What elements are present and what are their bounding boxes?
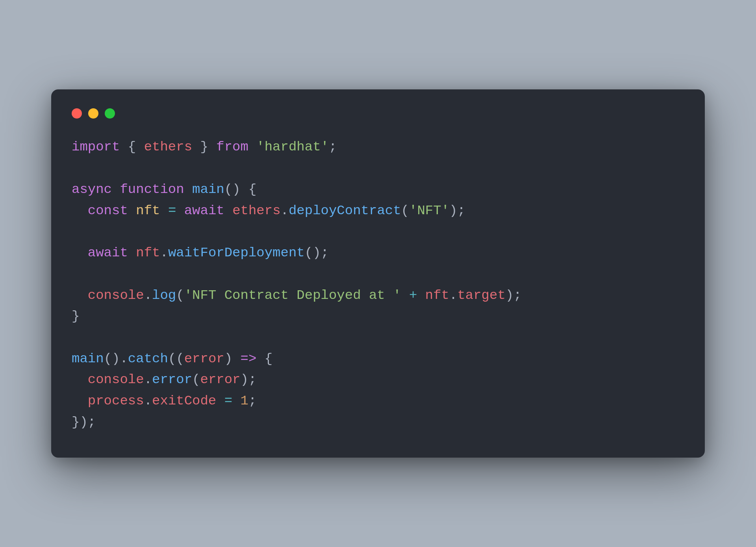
semicolon: ;	[321, 245, 329, 260]
semicolon: ;	[329, 139, 337, 154]
paren: )	[506, 288, 513, 303]
space	[216, 393, 224, 408]
traffic-lights	[72, 108, 684, 119]
closing: });	[72, 415, 96, 430]
identifier: error	[200, 372, 240, 387]
space	[241, 182, 248, 197]
space	[232, 393, 240, 408]
keyword-await: await	[88, 245, 128, 260]
space	[160, 203, 168, 218]
brace: }	[192, 139, 216, 154]
semicolon: ;	[457, 203, 465, 218]
keyword-await: await	[184, 203, 224, 218]
operator-plus: +	[409, 288, 417, 303]
identifier: ethers	[232, 203, 280, 218]
identifier: process	[88, 393, 144, 408]
identifier: error	[184, 351, 224, 366]
identifier: nft	[425, 288, 449, 303]
method: deployContract	[289, 203, 401, 218]
space	[224, 203, 232, 218]
method: catch	[128, 351, 168, 366]
property: target	[457, 288, 505, 303]
parens: ()	[224, 182, 241, 197]
paren: )	[224, 351, 232, 366]
paren: )	[449, 203, 457, 218]
paren: (	[176, 351, 184, 366]
identifier: ethers	[144, 139, 192, 154]
space	[256, 351, 264, 366]
brace: {	[265, 351, 272, 366]
space	[184, 182, 192, 197]
indent	[72, 203, 88, 218]
method: waitForDeployment	[168, 245, 305, 260]
dot: .	[144, 372, 152, 387]
dot: .	[160, 245, 168, 260]
semicolon: ;	[513, 288, 521, 303]
number: 1	[241, 393, 248, 408]
property: exitCode	[152, 393, 216, 408]
space	[417, 288, 425, 303]
keyword-function: function	[120, 182, 184, 197]
paren: (	[401, 203, 409, 218]
dot: .	[281, 203, 289, 218]
paren: )	[241, 372, 248, 387]
keyword-import: import	[72, 139, 120, 154]
brace: {	[120, 139, 144, 154]
maximize-icon[interactable]	[105, 108, 115, 119]
operator-equals: =	[224, 393, 232, 408]
arrow: =>	[241, 351, 257, 366]
keyword-from: from	[216, 139, 248, 154]
indent	[72, 393, 88, 408]
close-icon[interactable]	[72, 108, 82, 119]
indent	[72, 288, 88, 303]
string: 'hardhat'	[256, 139, 329, 154]
identifier: nft	[136, 245, 160, 260]
identifier: nft	[136, 203, 160, 218]
identifier: console	[88, 288, 144, 303]
string: 'NFT'	[409, 203, 449, 218]
paren: (	[176, 288, 184, 303]
keyword-async: async	[72, 182, 112, 197]
space	[128, 245, 136, 260]
minimize-icon[interactable]	[88, 108, 98, 119]
dot: .	[144, 288, 152, 303]
space	[112, 182, 120, 197]
brace: {	[248, 182, 256, 197]
paren: (	[168, 351, 176, 366]
method: log	[152, 288, 176, 303]
space	[232, 351, 240, 366]
function-name: main	[72, 351, 104, 366]
dot: .	[120, 351, 128, 366]
dot: .	[144, 393, 152, 408]
paren: (	[192, 372, 200, 387]
parens: ()	[305, 245, 321, 260]
identifier: console	[88, 372, 144, 387]
space	[128, 203, 136, 218]
code-block: import { ethers } from 'hardhat'; async …	[72, 137, 684, 433]
code-window: import { ethers } from 'hardhat'; async …	[51, 89, 705, 457]
string: 'NFT Contract Deployed at '	[184, 288, 401, 303]
indent	[72, 372, 88, 387]
operator-equals: =	[168, 203, 176, 218]
space	[248, 139, 256, 154]
dot: .	[449, 288, 457, 303]
space	[176, 203, 184, 218]
semicolon: ;	[248, 393, 256, 408]
space	[401, 288, 409, 303]
semicolon: ;	[248, 372, 256, 387]
indent	[72, 245, 88, 260]
function-name: main	[192, 182, 224, 197]
keyword-const: const	[88, 203, 128, 218]
method: error	[152, 372, 192, 387]
brace: }	[72, 309, 80, 324]
parens: ()	[104, 351, 120, 366]
